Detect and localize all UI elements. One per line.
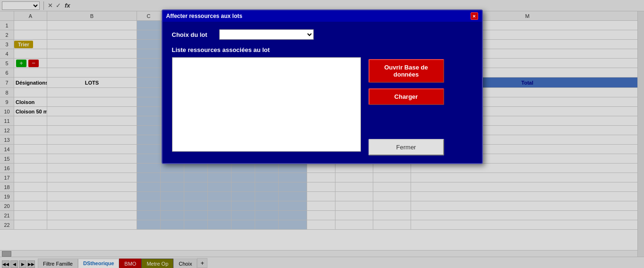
- dialog-title: Affecter ressources aux lots: [166, 13, 242, 19]
- dialog-content-area: Ouvrir Base de données Charger Fermer: [172, 57, 472, 156]
- choix-lot-row: Choix du lot: [172, 29, 472, 40]
- modal-overlay: Affecter ressources aux lots × Choix du …: [0, 0, 644, 268]
- ouvrir-base-button[interactable]: Ouvrir Base de données: [369, 59, 444, 83]
- dialog-titlebar: Affecter ressources aux lots ×: [163, 10, 482, 22]
- dialog-close-button[interactable]: ×: [471, 12, 478, 20]
- fermer-button[interactable]: Fermer: [369, 139, 444, 156]
- lot-select[interactable]: [219, 29, 314, 40]
- liste-label: Liste ressources associées au lot: [172, 46, 472, 53]
- choix-lot-label: Choix du lot: [172, 31, 215, 38]
- charger-button[interactable]: Charger: [369, 88, 444, 105]
- dialog-affecter-ressources: Affecter ressources aux lots × Choix du …: [162, 9, 483, 164]
- ressources-listbox[interactable]: [172, 57, 361, 152]
- dialog-body: Choix du lot Liste ressources associées …: [163, 22, 482, 163]
- action-buttons: Ouvrir Base de données Charger Fermer: [369, 57, 444, 156]
